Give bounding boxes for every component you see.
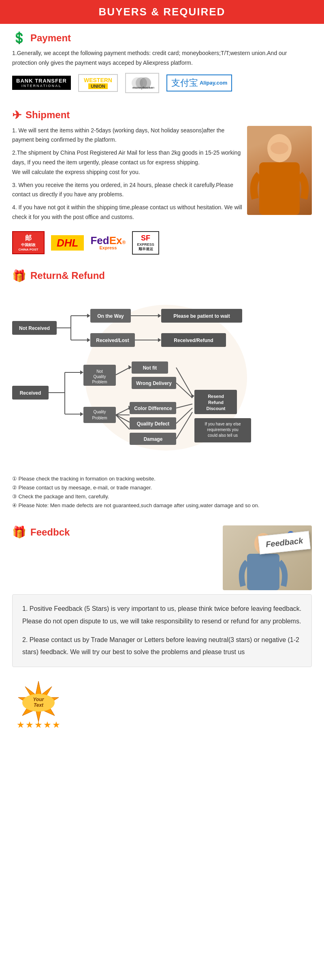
svg-text:moneybookers: moneybookers <box>132 86 154 89</box>
svg-text:Color Difference: Color Difference <box>134 406 172 411</box>
svg-text:Not Received: Not Received <box>19 325 50 331</box>
shipment-title: ✈ Shipment <box>12 108 312 122</box>
svg-text:Damage: Damage <box>144 436 163 442</box>
western-union-logo: WESTERN UNION <box>78 74 118 92</box>
return-refund-title-text: Return& Refund <box>30 270 105 281</box>
feedback-section: 🎁 Feedbck Feedback <box>0 518 324 675</box>
note-1: ① Please check the tracking in formation… <box>12 474 312 483</box>
feedback-title: 🎁 Feedbck <box>12 525 70 539</box>
return-refund-title: 🎁 Return& Refund <box>12 269 312 283</box>
payment-title-text: Payment <box>30 32 71 44</box>
star-badge: Your Text ★ ★ ★ ★ ★ <box>12 679 65 730</box>
svg-text:could also tell us: could also tell us <box>208 433 238 438</box>
sf-express-logo: SF EXPRESS 顺丰速运 <box>132 231 159 255</box>
badge-stars: ★ ★ ★ ★ ★ <box>17 720 60 730</box>
shipment-point-2: 2.The shipment by China Post Registered … <box>12 148 243 177</box>
return-refund-icon: 🎁 <box>12 269 26 283</box>
shipment-section: ✈ Shipment 1. We will sent the items wit… <box>0 101 324 262</box>
svg-text:Quality: Quality <box>93 410 106 414</box>
moneybookers-logo: moneybookers <box>125 73 159 93</box>
courier-logos: 邮 中国邮政 CHINA POST DHL FedEx® Express SF … <box>12 231 312 255</box>
feedback-text-1: 1. Positive Feedback (5 Stars) is very i… <box>22 603 302 627</box>
svg-marker-13 <box>87 314 90 318</box>
svg-rect-5 <box>259 162 300 215</box>
payment-section: 💲 Payment 1.Generally, we accept the fol… <box>0 24 324 101</box>
svg-text:On the Way: On the Way <box>97 313 124 319</box>
star-1: ★ <box>17 720 25 730</box>
shipment-text-area: 1. We will sent the items within 2-5days… <box>12 126 243 225</box>
feedback-title-text: Feedbck <box>30 527 70 538</box>
fedex-logo: FedEx® Express <box>90 235 126 250</box>
svg-text:Refund: Refund <box>208 400 224 405</box>
svg-point-6 <box>271 142 288 154</box>
star-2: ★ <box>26 720 34 730</box>
shipment-title-text: Shipment <box>26 109 70 121</box>
feedback-image-area: Feedback <box>223 525 312 590</box>
svg-text:Not fit: Not fit <box>143 365 157 371</box>
payment-logos: BANK TRANSFER INTERNATIONAL WESTERN UNIO… <box>12 73 312 93</box>
svg-text:Quality Defect: Quality Defect <box>137 421 170 427</box>
page-header: BUYERS & REQUIRED <box>0 0 324 24</box>
svg-text:Received/Lost: Received/Lost <box>96 338 129 343</box>
svg-text:Your: Your <box>33 697 45 702</box>
shipment-point-3: 3. When you receive the items you ordere… <box>12 181 243 200</box>
shipment-point-4: 4. If you have not got it within the shi… <box>12 203 243 222</box>
shipment-content: 1. We will sent the items within 2-5days… <box>12 126 312 225</box>
svg-marker-34 <box>80 370 83 374</box>
feedback-icon: 🎁 <box>12 525 26 539</box>
shipment-point-1: 1. We will sent the items within 2-5days… <box>12 126 243 145</box>
svg-text:Received: Received <box>20 390 41 396</box>
svg-rect-77 <box>247 554 279 590</box>
payment-title: 💲 Payment <box>12 31 312 45</box>
svg-text:requirements you: requirements you <box>207 427 238 432</box>
svg-text:Please be patient to wait: Please be patient to wait <box>173 313 230 319</box>
payment-icon: 💲 <box>12 31 26 45</box>
svg-text:Resend: Resend <box>208 394 224 399</box>
svg-text:Received/Refund: Received/Refund <box>174 338 213 343</box>
feedback-text-block: 1. Positive Feedback (5 Stars) is very i… <box>12 594 312 667</box>
flowchart-svg: Not Received On the Way Please be patien… <box>12 287 312 469</box>
svg-marker-47 <box>80 412 83 416</box>
return-refund-notes: ① Please check the tracking in formation… <box>12 474 312 510</box>
svg-text:Discount: Discount <box>206 406 225 411</box>
feedback-text-2: 2. Please contact us by Trade Manager or… <box>22 634 302 659</box>
note-3: ③ Check the package and Item, carefully. <box>12 492 312 501</box>
svg-text:Wrong Delivery: Wrong Delivery <box>136 381 172 386</box>
svg-text:Problem: Problem <box>92 416 107 420</box>
svg-text:Problem: Problem <box>92 380 107 384</box>
note-2: ② Please contact us by meesage, e-mail, … <box>12 483 312 492</box>
alipay-logo: 支付宝 Alipay.com <box>166 74 232 91</box>
svg-text:Text: Text <box>34 702 44 708</box>
payment-text: 1.Generally, we accept the following pay… <box>12 49 312 68</box>
star-4: ★ <box>43 720 51 730</box>
shipment-icon: ✈ <box>12 108 21 122</box>
svg-marker-22 <box>87 338 90 342</box>
feedback-header: 🎁 Feedbck Feedback <box>12 525 312 590</box>
star-5: ★ <box>52 720 60 730</box>
bank-transfer-logo: BANK TRANSFER INTERNATIONAL <box>12 76 71 90</box>
svg-text:Not: Not <box>96 369 103 374</box>
badge-burst-svg: Your Text <box>12 679 65 724</box>
svg-text:Quality: Quality <box>93 374 106 379</box>
dhl-logo: DHL <box>51 235 84 251</box>
svg-rect-48 <box>83 407 116 423</box>
note-4: ④ Please Note: Men made defects are not … <box>12 501 312 510</box>
return-refund-section: 🎁 Return& Refund Not Received On the Way… <box>0 262 324 518</box>
china-post-logo: 邮 中国邮政 CHINA POST <box>12 231 45 254</box>
svg-text:If you have any else: If you have any else <box>205 422 241 426</box>
bottom-badge-area: Your Text ★ ★ ★ ★ ★ <box>0 675 324 738</box>
shipment-person-image <box>247 126 312 225</box>
star-3: ★ <box>34 720 43 730</box>
